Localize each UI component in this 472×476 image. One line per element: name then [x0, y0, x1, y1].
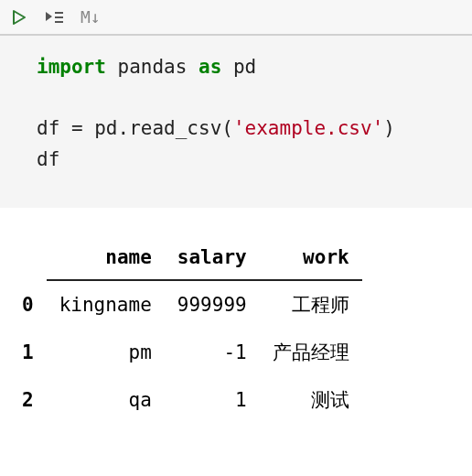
output-area: name salary work 0 kingname 999999 工程师 1…: [0, 208, 472, 442]
col-header: salary: [165, 235, 260, 280]
col-header: name: [47, 235, 165, 280]
code-text: ): [383, 117, 395, 139]
cell-salary: 999999: [165, 280, 260, 329]
svg-marker-0: [14, 11, 25, 24]
index-header: [9, 235, 47, 280]
string-literal: 'example.csv': [233, 117, 383, 139]
code-text: pandas: [106, 56, 198, 78]
cell-name: pm: [47, 329, 165, 376]
cell-salary: 1: [165, 376, 260, 424]
row-index: 0: [9, 280, 47, 329]
code-cell[interactable]: import pandas as pd df = pd.read_csv('ex…: [0, 36, 472, 208]
keyword-as: as: [198, 56, 221, 78]
cell-salary: -1: [165, 329, 260, 376]
cell-work: 测试: [260, 376, 362, 424]
table-row: 2 qa 1 测试: [9, 376, 362, 424]
row-index: 2: [9, 376, 47, 424]
code-text: df: [37, 148, 59, 170]
run-by-line-icon[interactable]: [44, 9, 64, 26]
col-header: work: [260, 235, 362, 280]
run-icon[interactable]: [11, 9, 27, 26]
cell-toolbar: M↓: [0, 0, 472, 36]
keyword-import: import: [37, 56, 106, 78]
table-row: 0 kingname 999999 工程师: [9, 280, 362, 329]
table-header-row: name salary work: [9, 235, 362, 280]
table-row: 1 pm -1 产品经理: [9, 329, 362, 376]
row-index: 1: [9, 329, 47, 376]
cell-name: qa: [47, 376, 165, 424]
code-text: pd: [221, 56, 256, 78]
cell-work: 产品经理: [260, 329, 362, 376]
code-text: df = pd.read_csv(: [37, 117, 233, 139]
cell-name: kingname: [47, 280, 165, 329]
svg-marker-1: [46, 12, 52, 21]
markdown-toggle[interactable]: M↓: [80, 7, 101, 27]
dataframe-table: name salary work 0 kingname 999999 工程师 1…: [9, 235, 362, 424]
cell-work: 工程师: [260, 280, 362, 329]
